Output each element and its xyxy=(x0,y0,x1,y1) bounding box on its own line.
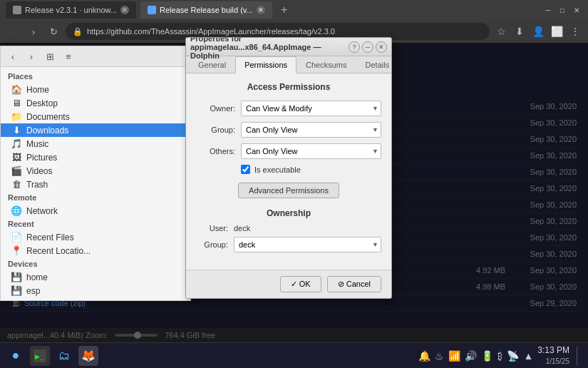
network-systray-icon[interactable]: 📶 xyxy=(448,350,460,362)
properties-dialog: Properties for appimagelau...x86_64.AppI… xyxy=(185,37,392,299)
cancel-button[interactable]: ⊘ Cancel xyxy=(327,276,381,292)
sidebar-item-recent-locations[interactable]: 📍 Recent Locatio... xyxy=(1,244,192,257)
fm-toolbar: ‹ › ⊞ ≡ xyxy=(1,46,190,67)
trash-icon: 🗑 xyxy=(11,179,22,190)
tab-general[interactable]: General xyxy=(189,56,235,73)
owner-label: Owner: xyxy=(196,104,235,113)
back-button[interactable]: ‹ xyxy=(6,24,21,39)
tab-checksums[interactable]: Checksums xyxy=(296,56,356,73)
taskbar-terminal-icon[interactable]: ▶_ xyxy=(30,346,50,366)
fm-sidebar: Places 🏠 Home 🖥 Desktop 📁 Documents ⬇ Do… xyxy=(1,67,192,300)
home-label: Home xyxy=(26,85,49,95)
home-device-label: home xyxy=(26,272,48,282)
is-executable-checkbox[interactable] xyxy=(241,165,250,174)
wifi-icon[interactable]: 📡 xyxy=(507,350,519,362)
advanced-permissions-button[interactable]: Advanced Permissions xyxy=(238,183,339,198)
remote-label: Remote xyxy=(1,191,192,204)
file-manager: ‹ › ⊞ ≡ Places 🏠 Home 🖥 Desktop 📁 Docume… xyxy=(0,46,191,301)
dialog-minimize-button[interactable]: ─ xyxy=(362,41,373,53)
menu-icon[interactable]: ⋮ xyxy=(568,24,582,39)
sidebar-item-documents[interactable]: 📁 Documents xyxy=(1,110,192,123)
sidebar-item-esp-device[interactable]: 💾 esp xyxy=(1,284,192,297)
bookmark-icon[interactable]: ☆ xyxy=(494,24,508,39)
sidebar-item-home[interactable]: 🏠 Home xyxy=(1,83,192,96)
minimize-button[interactable]: ─ xyxy=(542,4,554,16)
group-ownership-select[interactable]: deck xyxy=(234,237,381,252)
dialog-help-button[interactable]: ? xyxy=(349,41,360,53)
svg-text:▶_: ▶_ xyxy=(35,353,44,360)
audio-icon[interactable]: 🔊 xyxy=(465,350,477,362)
extensions-icon[interactable]: ⬜ xyxy=(550,24,564,39)
window-controls: ─ □ ✕ xyxy=(542,4,582,16)
nav-actions: ☆ ⬇ 👤 ⬜ ⋮ xyxy=(494,24,582,39)
tab-1-icon xyxy=(13,6,21,14)
recent-files-icon: 📄 xyxy=(11,232,22,242)
ownership-title: Ownership xyxy=(196,208,381,218)
sidebar-item-desktop[interactable]: 🖥 Desktop xyxy=(1,96,192,110)
sidebar-item-downloads[interactable]: ⬇ Downloads xyxy=(1,123,192,137)
others-row: Others: Can Only View Can View & Modify … xyxy=(196,143,381,159)
tab-1[interactable]: Release v2.3.1 · unknow... ✕ xyxy=(6,1,136,19)
downloads-label: Downloads xyxy=(26,126,68,136)
taskbar-plasma-icon[interactable]: ● xyxy=(6,346,26,366)
sidebar-item-network[interactable]: 🌐 Network xyxy=(1,204,192,218)
profile-icon[interactable]: 👤 xyxy=(531,24,545,39)
sidebar-item-pictures[interactable]: 🖼 Pictures xyxy=(1,150,192,164)
notifications-icon[interactable]: 🔔 xyxy=(418,350,430,362)
recent-locations-icon: 📍 xyxy=(11,245,22,256)
tab-1-label: Release v2.3.1 · unknow... xyxy=(25,6,117,14)
sidebar-item-home-device[interactable]: 💾 home xyxy=(1,270,192,284)
group-select[interactable]: Can Only View Can View & Modify Forbidde… xyxy=(241,122,381,138)
reload-button[interactable]: ↻ xyxy=(46,24,61,39)
steam-icon[interactable]: ♨ xyxy=(435,350,444,362)
battery-icon[interactable]: 🔋 xyxy=(481,350,493,362)
fm-forward-button[interactable]: › xyxy=(24,48,39,64)
home-icon: 🏠 xyxy=(11,84,22,95)
sidebar-item-music[interactable]: 🎵 Music xyxy=(1,137,192,150)
pictures-label: Pictures xyxy=(26,153,57,163)
tray-up-icon[interactable]: ▲ xyxy=(523,350,533,362)
address-text: https://github.com/TheAssassin/AppImageL… xyxy=(87,27,335,36)
documents-label: Documents xyxy=(26,112,70,122)
recent-files-label: Recent Files xyxy=(26,232,74,242)
systray-icons: 🔔 ♨ 📶 🔊 🔋 ₿ 📡 ▲ xyxy=(418,350,533,362)
downloads-icon: ⬇ xyxy=(11,125,22,136)
sidebar-item-recent-files[interactable]: 📄 Recent Files xyxy=(1,230,192,244)
fm-back-button[interactable]: ‹ xyxy=(5,48,21,64)
bluetooth-icon[interactable]: ₿ xyxy=(497,350,502,362)
trash-label: Trash xyxy=(26,180,48,190)
others-select-wrap: Can Only View Can View & Modify Forbidde… xyxy=(241,143,381,159)
videos-label: Videos xyxy=(26,166,52,176)
others-select[interactable]: Can Only View Can View & Modify Forbidde… xyxy=(241,143,381,159)
dialog-close-button[interactable]: ✕ xyxy=(376,41,387,53)
videos-icon: 🎬 xyxy=(11,165,22,176)
ok-button[interactable]: ✓ OK xyxy=(280,276,321,292)
group-select-wrap: Can Only View Can View & Modify Forbidde… xyxy=(241,122,381,138)
tab-2[interactable]: Release Release build (v... ✕ xyxy=(140,1,272,19)
sidebar-item-trash[interactable]: 🗑 Trash xyxy=(1,178,192,191)
taskbar-files-icon[interactable]: 🗂 xyxy=(54,346,74,366)
is-executable-row: Is executable xyxy=(196,165,381,174)
desktop-label: Desktop xyxy=(26,98,58,108)
user-ownership-row: User: deck xyxy=(196,224,381,232)
forward-button[interactable]: › xyxy=(26,24,41,39)
download-icon[interactable]: ⬇ xyxy=(512,24,527,39)
close-button[interactable]: ✕ xyxy=(571,4,582,16)
tab-1-close[interactable]: ✕ xyxy=(120,6,129,14)
tab-permissions[interactable]: Permissions xyxy=(235,56,296,73)
tab-2-close[interactable]: ✕ xyxy=(257,6,265,14)
access-permissions-title: Access Permissions xyxy=(196,82,381,92)
show-desktop-button[interactable] xyxy=(577,346,582,366)
fm-view-list-button[interactable]: ≡ xyxy=(61,48,76,64)
new-tab-button[interactable]: + xyxy=(277,2,292,18)
dialog-footer: ✓ OK ⊘ Cancel xyxy=(186,270,391,298)
tab-details[interactable]: Details xyxy=(356,56,392,73)
dialog-titlebar: Properties for appimagelau...x86_64.AppI… xyxy=(186,38,391,56)
taskbar-browser-icon[interactable]: 🦊 xyxy=(78,346,98,366)
fm-view-grid-button[interactable]: ⊞ xyxy=(42,48,58,64)
time-display[interactable]: 3:13 PM 1/15/25 xyxy=(537,345,569,366)
tab-2-icon xyxy=(148,6,156,14)
sidebar-item-videos[interactable]: 🎬 Videos xyxy=(1,164,192,178)
maximize-button[interactable]: □ xyxy=(557,4,568,16)
owner-select[interactable]: Can View & Modify Can View Only Forbidde… xyxy=(241,101,381,116)
